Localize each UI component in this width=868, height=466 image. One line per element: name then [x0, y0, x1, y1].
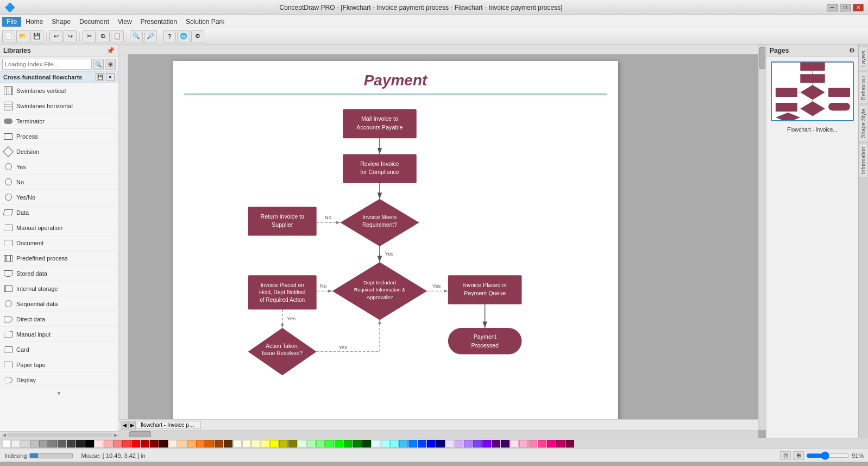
palette-color[interactable]	[251, 440, 260, 448]
tab-flowchart[interactable]: flowchart - Invoice pay... (1/1	[136, 421, 201, 429]
palette-color[interactable]	[455, 440, 463, 448]
palette-color[interactable]	[510, 440, 519, 448]
palette-color[interactable]	[39, 440, 48, 448]
toolbar-paste[interactable]: 📋	[111, 30, 124, 42]
palette-color[interactable]	[76, 440, 85, 448]
menu-presentation[interactable]: Presentation	[136, 17, 181, 27]
palette-color[interactable]	[159, 440, 168, 448]
library-item-manual-operation[interactable]: Manual operation	[0, 220, 118, 235]
palette-color[interactable]	[21, 440, 29, 448]
tab-nav-next[interactable]: ▶	[128, 421, 136, 430]
menu-file[interactable]: File	[2, 17, 21, 27]
palette-color[interactable]	[408, 440, 417, 448]
palette-color[interactable]	[233, 440, 242, 448]
library-item-sequential-data[interactable]: Sequential data	[0, 296, 118, 312]
palette-color[interactable]	[150, 440, 159, 448]
palette-color[interactable]	[95, 440, 103, 448]
library-item-document[interactable]: Document	[0, 235, 118, 251]
side-tab-information[interactable]: Information	[859, 143, 868, 178]
palette-color[interactable]	[113, 440, 122, 448]
library-item-yes-no[interactable]: Yes/No	[0, 190, 118, 205]
palette-color[interactable]	[316, 440, 325, 448]
palette-color[interactable]	[492, 440, 500, 448]
toolbar-copy[interactable]: ⧉	[97, 30, 110, 42]
search-button[interactable]: 🔍	[93, 59, 104, 70]
pages-options[interactable]: ⚙	[849, 47, 855, 54]
canvas-vscroll-thumb[interactable]	[759, 47, 765, 69]
library-item-card[interactable]: Card	[0, 342, 118, 357]
search-input[interactable]	[2, 59, 92, 70]
library-item-decision[interactable]: Decision	[0, 144, 118, 159]
menu-document[interactable]: Document	[75, 17, 114, 27]
library-item-data[interactable]: Data	[0, 205, 118, 220]
shape-payment-processed[interactable]	[448, 328, 522, 354]
grid-button[interactable]: ⊞	[105, 59, 116, 70]
canvas-vscroll[interactable]	[758, 45, 766, 430]
palette-color[interactable]	[445, 440, 454, 448]
toolbar-web[interactable]: 🌐	[177, 30, 190, 42]
window-controls[interactable]: ─ □ ✕	[827, 4, 864, 11]
palette-color[interactable]	[381, 440, 389, 448]
toolbar-open[interactable]: 📂	[16, 30, 29, 42]
palette-color[interactable]	[390, 440, 399, 448]
palette-color[interactable]	[565, 440, 574, 448]
palette-color[interactable]	[538, 440, 546, 448]
canvas-hscroll-thumb[interactable]	[129, 431, 151, 437]
palette-color[interactable]	[344, 440, 353, 448]
library-item-paper-tape[interactable]: Paper tape	[0, 357, 118, 372]
palette-color[interactable]	[464, 440, 473, 448]
toolbar-cut[interactable]: ✂	[83, 30, 96, 42]
palette-color[interactable]	[298, 440, 306, 448]
zoom-fit-button[interactable]: ⊡	[780, 451, 791, 460]
canvas-hscroll[interactable]	[118, 430, 758, 438]
palette-color[interactable]	[141, 440, 149, 448]
palette-color[interactable]	[353, 440, 362, 448]
library-item-direct-data[interactable]: Direct data	[0, 312, 118, 327]
toolbar-zoom-in[interactable]: 🔍	[130, 30, 143, 42]
palette-color[interactable]	[547, 440, 556, 448]
palette-color[interactable]	[67, 440, 76, 448]
toolbar-zoom-out[interactable]: 🔎	[144, 30, 157, 42]
palette-color[interactable]	[168, 440, 177, 448]
toolbar-new[interactable]: 📄	[2, 30, 15, 42]
category-close[interactable]: ✕	[106, 73, 115, 81]
palette-color[interactable]	[122, 440, 131, 448]
palette-color[interactable]	[556, 440, 565, 448]
palette-color[interactable]	[501, 440, 510, 448]
palette-color[interactable]	[178, 440, 186, 448]
library-item-stored-data[interactable]: Stored data	[0, 266, 118, 281]
left-panel-hscroll[interactable]: ◀ ▶	[0, 431, 118, 438]
palette-color[interactable]	[131, 440, 140, 448]
library-item-manual-input[interactable]: Manual input	[0, 327, 118, 342]
category-save[interactable]: 💾	[96, 73, 104, 81]
side-tab-layers[interactable]: Layers	[859, 47, 868, 71]
menu-solution-park[interactable]: Solution Park	[181, 17, 229, 27]
palette-color[interactable]	[372, 440, 380, 448]
zoom-page-button[interactable]: ⊞	[793, 451, 804, 460]
library-item-internal-storage[interactable]: Internal storage	[0, 281, 118, 296]
library-item-no[interactable]: No	[0, 175, 118, 190]
menu-view[interactable]: View	[114, 17, 136, 27]
palette-color[interactable]	[224, 440, 232, 448]
toolbar-undo[interactable]: ↩	[49, 30, 62, 42]
canvas-area[interactable]: Payment	[118, 45, 766, 438]
libraries-pin[interactable]: 📌	[106, 47, 115, 54]
palette-color[interactable]	[288, 440, 297, 448]
palette-color[interactable]	[307, 440, 316, 448]
palette-color[interactable]	[48, 440, 57, 448]
side-tab-shape-style[interactable]: Shape Style	[859, 105, 868, 142]
palette-color[interactable]	[473, 440, 482, 448]
palette-color[interactable]	[362, 440, 371, 448]
library-item-predefined[interactable]: Predefined process	[0, 251, 118, 266]
diagram-paper[interactable]: Payment	[173, 61, 618, 422]
library-item-swimlanes-vertical[interactable]: Swimlanes vertical	[0, 83, 118, 98]
palette-color[interactable]	[418, 440, 426, 448]
close-button[interactable]: ✕	[853, 4, 864, 11]
library-item-terminator[interactable]: Terminator	[0, 114, 118, 129]
palette-color[interactable]	[187, 440, 196, 448]
palette-color[interactable]	[335, 440, 343, 448]
library-item-swimlanes-horizontal[interactable]: Swimlanes horizontal	[0, 98, 118, 114]
palette-color[interactable]	[399, 440, 408, 448]
palette-color[interactable]	[85, 440, 94, 448]
tab-nav-prev[interactable]: ◀	[121, 421, 128, 430]
